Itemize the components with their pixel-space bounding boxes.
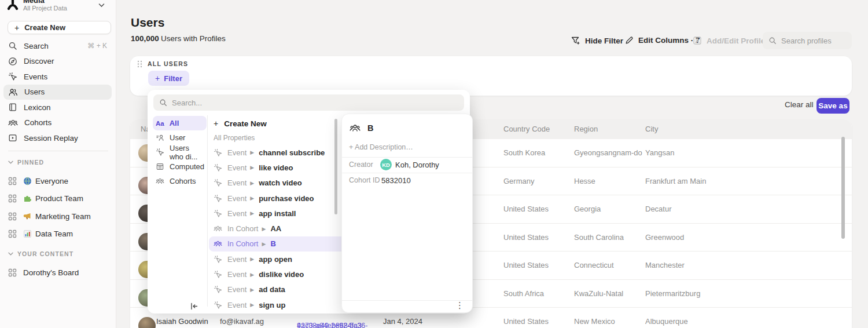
create-new-label: Create New (24, 23, 65, 32)
sidebar-item-label: Discover (24, 57, 54, 65)
event-icon (214, 209, 222, 218)
table-scrollbar[interactable] (841, 137, 845, 239)
event-icon (214, 255, 222, 264)
cell-region: South Carolina (574, 233, 624, 242)
save-as-button[interactable]: Save as (816, 98, 849, 114)
section-header-label: YOUR CONTENT (17, 250, 73, 257)
board-label: Dorothy's Board (23, 268, 79, 277)
cell-city: Pietermaritzburg (645, 289, 700, 298)
sidebar-board-product-team[interactable]: Product Team (3, 190, 112, 208)
session-replay-icon (8, 133, 17, 143)
sidebar-item-discover[interactable]: Discover (3, 54, 112, 70)
cell-region: Gyeongsangnam-do (574, 148, 642, 157)
event-icon (214, 301, 222, 309)
chevron-right-icon: ▶ (250, 195, 254, 201)
avatar (138, 317, 156, 328)
add-filter-button[interactable]: + Filter (148, 71, 189, 86)
filter-button-label: Filter (164, 74, 182, 83)
collapse-left-icon[interactable] (190, 302, 198, 311)
board-icon (8, 177, 17, 185)
add-description-button[interactable]: + Add Description… (349, 143, 413, 151)
sidebar-item-events[interactable]: Events (3, 69, 112, 85)
property-prefix: Event (227, 270, 247, 279)
cell-country: United States (503, 261, 549, 269)
chevron-right-icon: ▶ (250, 210, 254, 216)
edit-columns-button[interactable]: Edit Columns · 7 (625, 36, 700, 45)
divider (342, 157, 472, 158)
pinned-section-header[interactable]: PINNED (8, 159, 44, 166)
category-all[interactable]: Aa All (153, 116, 207, 130)
text-aa-icon: Aa (156, 120, 164, 127)
category-label: Cohorts (170, 177, 196, 185)
cell-region: New Mexico (574, 317, 615, 326)
sidebar-board-everyone[interactable]: Everyone (3, 172, 112, 190)
puzzle-emoji-icon (23, 194, 32, 203)
dropdown-search-input[interactable] (172, 99, 458, 107)
sidebar-item-search[interactable]: Search ⌘ + K (3, 38, 112, 54)
sidebar-board-data-team[interactable]: Data Team (3, 225, 112, 243)
cell-country: United States (503, 233, 549, 242)
board-label: Marketing Team (35, 212, 91, 221)
divider (207, 115, 208, 307)
sidebar-item-users[interactable]: Users (3, 85, 112, 100)
sidebar-item-lexicon[interactable]: Lexicon (3, 100, 112, 115)
sidebar-item-label: Search (24, 42, 49, 50)
search-icon (768, 37, 777, 45)
category-cohorts[interactable]: Cohorts (153, 174, 207, 188)
dropdown-scrollbar[interactable] (334, 119, 337, 214)
search-profiles-input[interactable] (781, 37, 846, 45)
divider (342, 300, 472, 301)
your-content-section-header[interactable]: YOUR CONTENT (8, 250, 73, 257)
property-prefix: In Cohort (227, 224, 258, 233)
dropdown-search-field[interactable] (153, 94, 464, 111)
cell-city: Decatur (645, 205, 672, 213)
category-users-who-did[interactable]: Users who di... (153, 145, 207, 159)
event-icon (214, 270, 222, 279)
bar-chart-emoji-icon (23, 229, 32, 238)
column-header-city[interactable]: City (645, 125, 658, 133)
property-prefix: Event (227, 301, 247, 309)
chevron-right-icon: ▶ (250, 272, 254, 278)
cell-region: KwaZulu-Natal (574, 289, 623, 298)
creator-avatar: KD (380, 159, 392, 170)
sidebar-nav: Search ⌘ + K Discover Events Users Lexic… (3, 38, 112, 146)
search-profiles-field[interactable] (763, 32, 852, 49)
workspace-name[interactable]: Media (23, 0, 45, 5)
add-edit-profile-button[interactable]: Add/Edit Profile (693, 36, 765, 45)
property-name: AA (270, 224, 281, 233)
property-name: channel subscribe (259, 148, 325, 157)
cohort-title: B (367, 123, 373, 133)
hide-filter-button[interactable]: Hide Filter (571, 36, 623, 45)
column-header-region[interactable]: Region (574, 125, 598, 133)
cohort-details-popup: B + Add Description… Creator KD Koh, Dor… (341, 114, 473, 313)
dropdown-category-nav: Aa All User Users who di... Computed Coh… (153, 116, 207, 188)
pencil-icon (625, 36, 634, 45)
chevron-down-icon[interactable] (98, 3, 105, 8)
computed-icon (156, 162, 164, 171)
sidebar-item-session-replay[interactable]: Session Replay (3, 130, 112, 146)
user-count-label: Users with Profiles (161, 34, 226, 43)
property-name: like video (259, 163, 293, 172)
sidebar-board-marketing-team[interactable]: Marketing Team (3, 207, 112, 225)
plus-icon: + (14, 24, 19, 32)
column-header-country-code[interactable]: Country Code (503, 125, 550, 133)
chevron-down-icon (8, 252, 13, 256)
more-options-icon[interactable]: ⋮ (455, 301, 464, 310)
user-icon (156, 133, 164, 142)
category-label: User (170, 133, 185, 142)
board-icon (8, 212, 17, 221)
clear-all-button[interactable]: Clear all (785, 100, 814, 109)
chevron-down-icon (8, 161, 13, 164)
drag-handle-icon[interactable] (137, 60, 142, 68)
sidebar-item-cohorts[interactable]: Cohorts (3, 115, 112, 131)
create-new-button[interactable]: + Create New (8, 21, 111, 34)
cell-country: South Korea (503, 148, 545, 157)
sidebar-board-dorothys-board[interactable]: Dorothy's Board (3, 264, 112, 282)
category-user[interactable]: User (153, 130, 207, 145)
property-prefix: Event (227, 163, 247, 172)
category-computed[interactable]: Computed (153, 159, 207, 174)
cohort-title-row: B (350, 123, 373, 133)
chevron-right-icon: ▶ (250, 287, 254, 293)
sidebar-item-label: Users (24, 88, 45, 96)
property-name: dislike video (259, 270, 304, 279)
